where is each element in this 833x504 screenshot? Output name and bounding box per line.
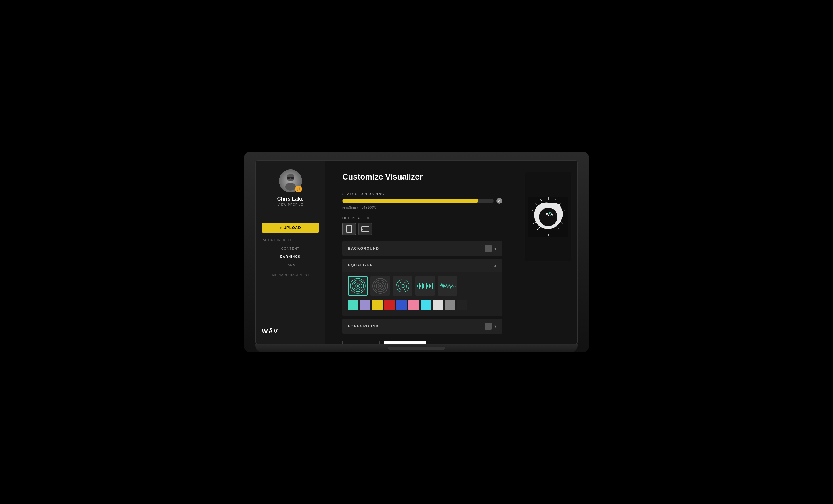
main-content: Customize Visualizer STATUS: UPLOADING ✕…	[325, 161, 520, 344]
title-divider	[342, 184, 502, 184]
artist-name: Chris Lake	[277, 196, 304, 202]
eq-pattern-2[interactable]	[371, 276, 390, 296]
svg-point-22	[401, 284, 404, 288]
preview-inner: W Ā V	[525, 172, 571, 262]
svg-point-20	[396, 280, 409, 292]
foreground-accordion-header[interactable]: FOREGROUND ▾	[342, 319, 502, 334]
swatch-cyan[interactable]	[421, 300, 431, 310]
equalizer-accordion-body	[342, 271, 502, 316]
file-name: revo(final).mp4 (100%)	[342, 206, 502, 210]
svg-rect-25	[420, 285, 421, 287]
progress-bar-fill	[342, 199, 478, 203]
sidebar-item-fans[interactable]: FANS	[262, 261, 319, 269]
swatch-blue[interactable]	[396, 300, 407, 310]
eq-pattern-5[interactable]	[438, 276, 457, 296]
svg-rect-8	[361, 226, 369, 232]
svg-rect-3	[291, 177, 294, 178]
sidebar-item-earnings[interactable]: EARNINGS	[262, 253, 319, 261]
svg-rect-26	[422, 283, 423, 289]
equalizer-chevron-icon: ▴	[495, 263, 497, 267]
svg-point-56	[552, 208, 553, 209]
svg-point-19	[379, 285, 381, 287]
svg-point-50	[539, 208, 557, 226]
laptop-notch	[388, 347, 445, 350]
page-title: Customize Visualizer	[342, 172, 502, 182]
svg-rect-30	[427, 285, 428, 287]
swatch-gray[interactable]	[445, 300, 455, 310]
svg-rect-31	[429, 284, 430, 288]
avatar-wrap: 🎵	[279, 169, 302, 192]
sidebar: 🎵 Chris Lake VIEW PROFILE + UPLOAD ARTIS…	[256, 161, 325, 344]
back-button[interactable]: BACK	[342, 341, 380, 344]
foreground-accordion-right: ▾	[485, 323, 497, 330]
sidebar-divider	[262, 218, 319, 218]
svg-point-5	[285, 183, 296, 191]
foreground-color-swatch	[485, 323, 492, 330]
orientation-portrait-button[interactable]	[342, 223, 356, 235]
svg-rect-28	[425, 285, 425, 287]
orientation-buttons	[342, 223, 502, 235]
background-color-swatch	[485, 245, 492, 252]
swatch-red[interactable]	[384, 300, 395, 310]
orientation-landscape-button[interactable]	[358, 223, 372, 235]
swatch-teal[interactable]	[348, 300, 358, 310]
preview-panel: W Ā V	[520, 161, 577, 344]
wav-logo: WĀV	[262, 328, 278, 335]
orientation-label: ORIENTATION	[342, 216, 502, 220]
svg-text:Ā: Ā	[549, 213, 550, 216]
view-profile-link[interactable]: VIEW PROFILE	[278, 203, 303, 206]
eq-pattern-3[interactable]	[393, 276, 412, 296]
progress-bar-bg	[342, 199, 494, 203]
background-accordion: BACKGROUND ▾	[342, 241, 502, 256]
equalizer-accordion: EQUALIZER ▴	[342, 259, 502, 316]
nav-section-artist-insights: ARTIST INSIGHTS	[262, 239, 319, 242]
progress-bar-wrap: ✕	[342, 198, 502, 204]
svg-rect-6	[347, 225, 352, 233]
badge-icon: 🎵	[295, 186, 302, 192]
status-label: STATUS: UPLOADING	[342, 192, 502, 196]
foreground-accordion-title: FOREGROUND	[348, 324, 379, 328]
avatar-section: 🎵 Chris Lake VIEW PROFILE	[262, 169, 319, 206]
laptop-screen: 🎵 Chris Lake VIEW PROFILE + UPLOAD ARTIS…	[256, 160, 577, 344]
eq-pattern-1[interactable]	[348, 276, 367, 296]
eq-pattern-4[interactable]	[415, 276, 435, 296]
nav-section-media-management: MEDIA MANAGEMENT	[262, 273, 319, 277]
equalizer-accordion-right: ▴	[495, 263, 497, 267]
svg-rect-23	[418, 285, 418, 287]
svg-point-55	[543, 210, 544, 210]
upload-button[interactable]: + UPLOAD	[262, 223, 319, 233]
background-chevron-icon: ▾	[495, 246, 497, 251]
svg-rect-27	[423, 284, 424, 288]
svg-rect-24	[419, 283, 420, 289]
equalizer-accordion-header[interactable]: EQUALIZER ▴	[342, 259, 502, 271]
submit-button[interactable]: SUBMIT	[384, 341, 426, 344]
swatch-yellow[interactable]	[372, 300, 383, 310]
sidebar-item-content[interactable]: CONTENT	[262, 244, 319, 253]
swatch-white[interactable]	[433, 300, 443, 310]
equalizer-color-swatches	[348, 300, 497, 310]
swatch-purple[interactable]	[360, 300, 371, 310]
svg-point-21	[399, 282, 407, 290]
background-accordion-right: ▾	[485, 245, 497, 252]
action-buttons: BACK SUBMIT	[342, 341, 502, 344]
svg-point-57	[555, 214, 556, 214]
sidebar-footer: WĀV	[262, 322, 319, 335]
foreground-accordion: FOREGROUND ▾	[342, 319, 502, 334]
svg-text:V: V	[551, 212, 553, 217]
laptop-frame: 🎵 Chris Lake VIEW PROFILE + UPLOAD ARTIS…	[244, 151, 589, 353]
eq-pattern-list	[348, 276, 497, 296]
svg-rect-33	[432, 283, 433, 289]
preview-card: W Ā V	[525, 172, 571, 262]
close-upload-button[interactable]: ✕	[497, 198, 502, 204]
swatch-pink[interactable]	[408, 300, 419, 310]
svg-rect-2	[287, 177, 290, 178]
svg-point-14	[357, 285, 359, 287]
laptop-base	[256, 344, 577, 353]
foreground-chevron-icon: ▾	[495, 324, 497, 329]
svg-rect-29	[426, 283, 427, 289]
background-accordion-title: BACKGROUND	[348, 246, 379, 250]
svg-rect-32	[430, 285, 431, 287]
swatch-dark[interactable]	[457, 300, 467, 310]
equalizer-accordion-title: EQUALIZER	[348, 263, 373, 267]
background-accordion-header[interactable]: BACKGROUND ▾	[342, 241, 502, 256]
